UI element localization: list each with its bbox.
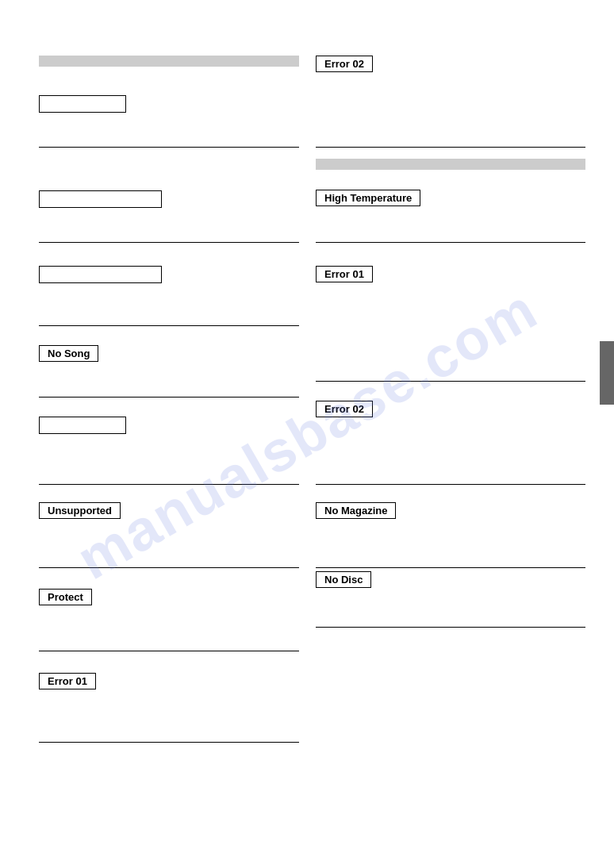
watermark: manualsbase.com bbox=[0, 0, 614, 868]
page-container: manualsbase.com No Song Unsupported Prot… bbox=[0, 0, 614, 868]
left-small-box-4 bbox=[39, 417, 126, 434]
left-hr-2 bbox=[39, 242, 299, 243]
left-hr-5 bbox=[39, 484, 299, 485]
left-small-box-top bbox=[39, 95, 126, 113]
right-label-error02-mid: Error 02 bbox=[316, 401, 373, 417]
right-label-error01: Error 01 bbox=[316, 266, 373, 282]
right-hr-5 bbox=[316, 567, 585, 568]
right-hr-3 bbox=[316, 381, 585, 382]
right-hr-1 bbox=[316, 147, 585, 148]
left-hr-1 bbox=[39, 147, 299, 148]
left-hr-3 bbox=[39, 325, 299, 326]
left-hr-4 bbox=[39, 397, 299, 398]
right-hr-2 bbox=[316, 242, 585, 243]
left-label-box-2 bbox=[39, 266, 162, 283]
left-label-protect: Protect bbox=[39, 589, 92, 605]
right-label-no-disc: No Disc bbox=[316, 571, 371, 588]
left-hr-6 bbox=[39, 567, 299, 568]
right-label-no-magazine: No Magazine bbox=[316, 502, 396, 519]
left-gray-bar-top bbox=[39, 56, 299, 67]
left-label-error01: Error 01 bbox=[39, 673, 96, 689]
sidebar-tab bbox=[600, 341, 614, 405]
right-hr-6 bbox=[316, 627, 585, 628]
right-hr-4 bbox=[316, 484, 585, 485]
right-gray-bar-1 bbox=[316, 159, 585, 170]
left-label-box-1 bbox=[39, 190, 162, 208]
left-label-no-song: No Song bbox=[39, 345, 98, 362]
left-hr-7 bbox=[39, 651, 299, 651]
right-label-high-temp: High Temperature bbox=[316, 190, 420, 206]
right-label-error02-top: Error 02 bbox=[316, 56, 373, 72]
left-hr-8 bbox=[39, 742, 299, 743]
left-label-unsupported: Unsupported bbox=[39, 502, 121, 519]
